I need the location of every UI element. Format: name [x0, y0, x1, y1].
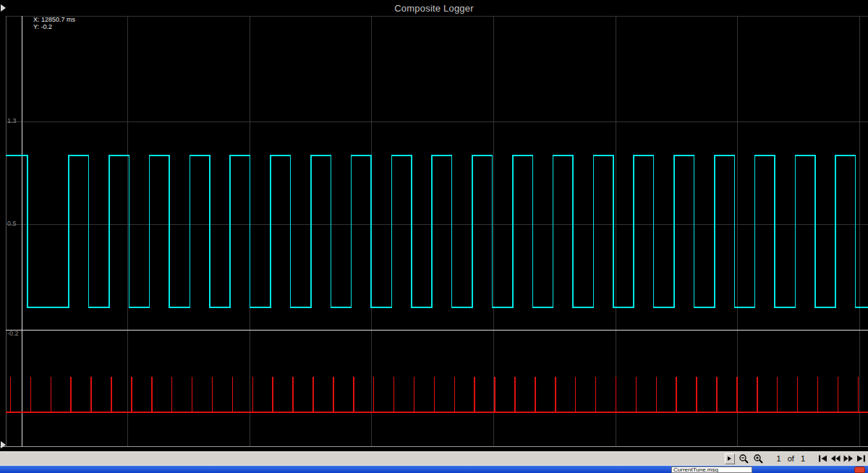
- zoom-out-icon[interactable]: [739, 453, 749, 464]
- cursor-x-value: X: 12850.7 ms: [33, 16, 75, 23]
- composite-logger-window: Composite Logger X: 12850.7 ms Y: -0.2 1…: [0, 0, 868, 473]
- pulse-train-trace: [6, 377, 868, 412]
- page-total: 1: [801, 454, 805, 463]
- pan-arrow-bottom-icon[interactable]: [1, 441, 6, 448]
- zoom-in-icon[interactable]: [753, 453, 764, 464]
- page-indicator: 1 of 1: [777, 454, 805, 463]
- nav-controls: [818, 455, 866, 462]
- toolbar-controls: 1 of 1: [725, 452, 866, 465]
- filename-text: CurrentTune.msq: [673, 466, 718, 473]
- page-current: 1: [777, 454, 781, 463]
- pan-arrow-top-icon[interactable]: [1, 4, 6, 12]
- cursor-y-value: Y: -0.2: [33, 23, 75, 30]
- square-wave-trace: [6, 155, 868, 307]
- last-page-button[interactable]: [856, 455, 866, 462]
- cursor-readout: X: 12850.7 ms Y: -0.2: [33, 16, 75, 30]
- first-page-button[interactable]: [818, 455, 827, 462]
- y-axis-tick-label: 0.5: [7, 221, 17, 227]
- waveform-plot[interactable]: [0, 0, 868, 451]
- filename-field[interactable]: CurrentTune.msq: [671, 466, 752, 473]
- y-axis-tick-label: 1.3: [7, 118, 17, 124]
- bottom-toolbar: 1 of 1: [0, 451, 868, 465]
- expand-button[interactable]: [725, 453, 735, 464]
- close-button[interactable]: [854, 466, 865, 473]
- y-axis-tick-label: -0.2: [7, 331, 19, 337]
- rewind-button[interactable]: [830, 455, 841, 462]
- right-triangle-icon: [728, 456, 731, 461]
- background-window-titlebar: CurrentTune.msq: [0, 465, 868, 473]
- fast-forward-button[interactable]: [843, 455, 854, 462]
- page-of-label: of: [788, 454, 794, 463]
